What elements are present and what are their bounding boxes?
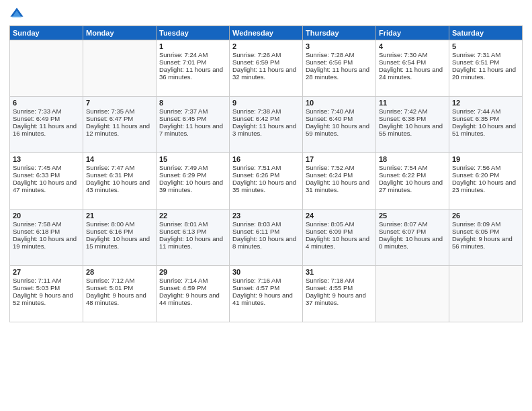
sunset-text: Sunset: 6:35 PM <box>452 115 519 122</box>
sunrise-text: Sunrise: 7:45 AM <box>13 164 80 171</box>
daylight-text: Daylight: 10 hours and 4 minutes. <box>306 235 373 250</box>
calendar-cell: 31Sunrise: 7:18 AMSunset: 4:55 PMDayligh… <box>303 266 376 322</box>
calendar-cell: 26Sunrise: 8:09 AMSunset: 6:05 PMDayligh… <box>449 210 523 266</box>
day-number: 6 <box>13 99 80 107</box>
sunrise-text: Sunrise: 7:37 AM <box>159 107 226 115</box>
calendar-cell: 14Sunrise: 7:47 AMSunset: 6:31 PMDayligh… <box>83 153 157 210</box>
sunrise-text: Sunrise: 8:05 AM <box>306 220 373 228</box>
sunrise-text: Sunrise: 8:03 AM <box>232 220 300 228</box>
calendar-cell: 27Sunrise: 7:11 AMSunset: 5:03 PMDayligh… <box>10 266 83 322</box>
sunrise-text: Sunrise: 7:49 AM <box>159 164 226 171</box>
weekday-header-monday: Monday <box>83 26 157 40</box>
calendar-cell: 30Sunrise: 7:16 AMSunset: 4:57 PMDayligh… <box>230 266 303 322</box>
day-number: 24 <box>306 212 373 220</box>
daylight-text: Daylight: 11 hours and 36 minutes. <box>159 66 226 81</box>
day-number: 25 <box>379 212 446 220</box>
calendar-cell: 9Sunrise: 7:38 AMSunset: 6:42 PMDaylight… <box>230 97 303 153</box>
sunrise-text: Sunrise: 7:35 AM <box>86 107 153 115</box>
daylight-text: Daylight: 10 hours and 35 minutes. <box>232 179 300 193</box>
calendar-page: SundayMondayTuesdayWednesdayThursdayFrid… <box>0 0 532 411</box>
sunrise-text: Sunrise: 7:51 AM <box>232 164 300 171</box>
daylight-text: Daylight: 10 hours and 15 minutes. <box>86 235 153 250</box>
day-number: 14 <box>86 155 153 163</box>
calendar-cell: 24Sunrise: 8:05 AMSunset: 6:09 PMDayligh… <box>303 210 376 266</box>
calendar-cell: 10Sunrise: 7:40 AMSunset: 6:40 PMDayligh… <box>303 97 376 153</box>
day-number: 22 <box>159 212 226 220</box>
daylight-text: Daylight: 9 hours and 48 minutes. <box>86 291 153 306</box>
calendar-cell: 18Sunrise: 7:54 AMSunset: 6:22 PMDayligh… <box>376 153 449 210</box>
calendar-cell: 12Sunrise: 7:44 AMSunset: 6:35 PMDayligh… <box>449 97 523 153</box>
sunrise-text: Sunrise: 7:56 AM <box>452 164 519 171</box>
calendar-cell: 7Sunrise: 7:35 AMSunset: 6:47 PMDaylight… <box>83 97 157 153</box>
sunrise-text: Sunrise: 7:28 AM <box>306 51 373 58</box>
day-number: 27 <box>13 268 80 276</box>
sunrise-text: Sunrise: 7:47 AM <box>86 164 153 171</box>
sunset-text: Sunset: 7:01 PM <box>159 58 226 66</box>
day-number: 8 <box>159 99 226 107</box>
sunset-text: Sunset: 6:47 PM <box>86 115 153 122</box>
sunset-text: Sunset: 6:11 PM <box>232 228 300 235</box>
daylight-text: Daylight: 10 hours and 31 minutes. <box>306 179 373 193</box>
calendar-cell: 5Sunrise: 7:31 AMSunset: 6:51 PMDaylight… <box>449 40 523 97</box>
daylight-text: Daylight: 10 hours and 39 minutes. <box>159 179 226 193</box>
daylight-text: Daylight: 11 hours and 3 minutes. <box>232 122 300 137</box>
daylight-text: Daylight: 11 hours and 20 minutes. <box>452 66 519 81</box>
daylight-text: Daylight: 9 hours and 41 minutes. <box>232 291 300 306</box>
sunrise-text: Sunrise: 8:01 AM <box>159 220 226 228</box>
sunset-text: Sunset: 6:51 PM <box>452 58 519 66</box>
sunset-text: Sunset: 6:56 PM <box>306 58 373 66</box>
weekday-header-friday: Friday <box>376 26 449 40</box>
sunrise-text: Sunrise: 7:31 AM <box>452 51 519 58</box>
daylight-text: Daylight: 11 hours and 28 minutes. <box>306 66 373 81</box>
week-row-4: 20Sunrise: 7:58 AMSunset: 6:18 PMDayligh… <box>10 210 523 266</box>
day-number: 29 <box>159 268 226 276</box>
day-number: 1 <box>159 42 226 50</box>
sunset-text: Sunset: 4:57 PM <box>232 284 300 291</box>
sunset-text: Sunset: 6:33 PM <box>13 171 80 179</box>
weekday-header-row: SundayMondayTuesdayWednesdayThursdayFrid… <box>10 26 523 40</box>
logo <box>9 7 27 21</box>
week-row-5: 27Sunrise: 7:11 AMSunset: 5:03 PMDayligh… <box>10 266 523 322</box>
daylight-text: Daylight: 10 hours and 55 minutes. <box>379 122 446 137</box>
sunset-text: Sunset: 6:42 PM <box>232 115 300 122</box>
day-number: 2 <box>232 42 300 50</box>
daylight-text: Daylight: 10 hours and 23 minutes. <box>452 179 519 193</box>
sunset-text: Sunset: 6:05 PM <box>452 228 519 235</box>
sunrise-text: Sunrise: 8:00 AM <box>86 220 153 228</box>
calendar-cell: 20Sunrise: 7:58 AMSunset: 6:18 PMDayligh… <box>10 210 83 266</box>
day-number: 3 <box>306 42 373 50</box>
sunset-text: Sunset: 6:16 PM <box>86 228 153 235</box>
sunset-text: Sunset: 4:59 PM <box>159 284 226 291</box>
day-number: 31 <box>306 268 373 276</box>
sunset-text: Sunset: 6:45 PM <box>159 115 226 122</box>
calendar-cell: 3Sunrise: 7:28 AMSunset: 6:56 PMDaylight… <box>303 40 376 97</box>
day-number: 7 <box>86 99 153 107</box>
sunset-text: Sunset: 6:38 PM <box>379 115 446 122</box>
sunrise-text: Sunrise: 7:54 AM <box>379 164 446 171</box>
calendar-cell: 21Sunrise: 8:00 AMSunset: 6:16 PMDayligh… <box>83 210 157 266</box>
calendar-cell: 13Sunrise: 7:45 AMSunset: 6:33 PMDayligh… <box>10 153 83 210</box>
calendar-cell: 16Sunrise: 7:51 AMSunset: 6:26 PMDayligh… <box>230 153 303 210</box>
calendar-cell: 15Sunrise: 7:49 AMSunset: 6:29 PMDayligh… <box>157 153 230 210</box>
daylight-text: Daylight: 11 hours and 24 minutes. <box>379 66 446 81</box>
calendar-cell: 23Sunrise: 8:03 AMSunset: 6:11 PMDayligh… <box>230 210 303 266</box>
daylight-text: Daylight: 10 hours and 59 minutes. <box>306 122 373 137</box>
daylight-text: Daylight: 10 hours and 27 minutes. <box>379 179 446 193</box>
sunrise-text: Sunrise: 7:40 AM <box>306 107 373 115</box>
page-header <box>9 7 523 21</box>
day-number: 12 <box>452 99 519 107</box>
calendar-cell <box>83 40 157 97</box>
logo-icon <box>9 7 24 21</box>
calendar-cell: 25Sunrise: 8:07 AMSunset: 6:07 PMDayligh… <box>376 210 449 266</box>
sunset-text: Sunset: 6:20 PM <box>452 171 519 179</box>
calendar-cell: 4Sunrise: 7:30 AMSunset: 6:54 PMDaylight… <box>376 40 449 97</box>
calendar-cell: 8Sunrise: 7:37 AMSunset: 6:45 PMDaylight… <box>157 97 230 153</box>
sunset-text: Sunset: 6:31 PM <box>86 171 153 179</box>
day-number: 16 <box>232 155 300 163</box>
calendar-cell: 2Sunrise: 7:26 AMSunset: 6:59 PMDaylight… <box>230 40 303 97</box>
day-number: 18 <box>379 155 446 163</box>
week-row-1: 1Sunrise: 7:24 AMSunset: 7:01 PMDaylight… <box>10 40 523 97</box>
sunrise-text: Sunrise: 7:11 AM <box>13 277 80 284</box>
calendar-cell: 28Sunrise: 7:12 AMSunset: 5:01 PMDayligh… <box>83 266 157 322</box>
sunrise-text: Sunrise: 7:42 AM <box>379 107 446 115</box>
